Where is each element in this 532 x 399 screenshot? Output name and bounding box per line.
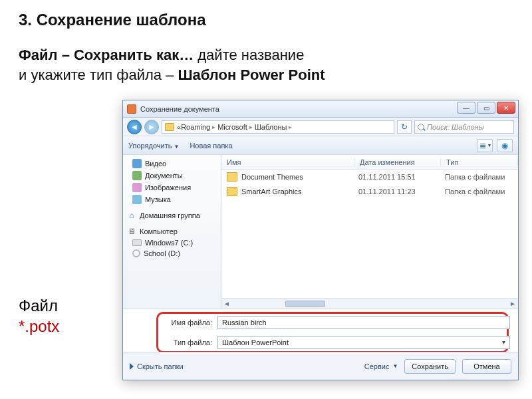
sub-bold-2: Шаблон Power Point	[178, 66, 325, 83]
filetype-select[interactable]: Шаблон PowerPoint	[217, 336, 510, 349]
nav-forward-button[interactable]: ►	[144, 120, 159, 134]
doc-icon	[132, 171, 142, 180]
save-button[interactable]: Сохранить	[404, 359, 456, 374]
dialog-title: Сохранение документа	[140, 105, 219, 113]
file-ext-value: *.potx	[19, 316, 59, 336]
sub-bold-1: Файл – Сохранить как…	[19, 47, 194, 63]
sidebar-item-label: Компьютер	[140, 227, 178, 235]
sidebar-item-label: Домашняя группа	[140, 211, 200, 219]
breadcrumb-part-2[interactable]: Шаблоны	[255, 123, 287, 131]
help-button[interactable]: ◉	[497, 139, 513, 152]
sidebar-item-label: Видео	[145, 160, 166, 168]
filename-label: Имя файла:	[166, 319, 212, 327]
filetype-label: Тип файла:	[166, 338, 212, 346]
homegroup-icon: ⌂	[127, 211, 136, 220]
sidebar-item[interactable]: Документы	[123, 170, 221, 182]
sidebar-item-label: Документы	[145, 172, 183, 180]
computer-icon: 🖥	[127, 227, 136, 236]
scroll-thumb[interactable]	[285, 301, 325, 307]
sidebar-item-drive[interactable]: School (D:)	[123, 248, 221, 259]
organize-button[interactable]: Упорядочить▼	[128, 142, 179, 150]
dialog-footer: Скрыть папки Сервис▼ Сохранить Отмена	[123, 352, 518, 380]
sidebar-item-drive[interactable]: Windows7 (C:)	[123, 237, 221, 248]
cell-date: 01.11.2011 15:51	[358, 173, 445, 181]
folder-icon	[227, 172, 237, 182]
sidebar-item-computer[interactable]: 🖥Компьютер	[123, 221, 221, 237]
cell-name: SmartArt Graphics	[241, 188, 358, 196]
sidebar-item-label: Изображения	[145, 184, 191, 192]
cell-type: Папка с файлами	[445, 188, 505, 196]
scroll-right-icon[interactable]: ►	[507, 300, 518, 307]
view-options-button[interactable]: ≣▾	[477, 139, 493, 152]
chevron-icon	[130, 363, 134, 370]
cell-date: 01.11.2011 11:23	[358, 188, 445, 196]
titlebar[interactable]: Сохранение документа — ▭ ✕	[123, 100, 518, 118]
breadcrumb-part-0[interactable]: Roaming	[181, 123, 210, 131]
sidebar-item-label: Windows7 (C:)	[145, 239, 193, 247]
music-icon	[132, 195, 142, 204]
cancel-button[interactable]: Отмена	[462, 359, 511, 374]
col-name[interactable]: Имя	[221, 158, 354, 166]
sidebar-item-label: School (D:)	[144, 249, 180, 257]
slide-heading: 3. Сохранение шаблона	[19, 11, 206, 29]
scroll-left-icon[interactable]: ◄	[221, 300, 232, 307]
new-folder-button[interactable]: Новая папка	[190, 142, 232, 150]
sidebar-item[interactable]: Музыка	[123, 194, 221, 205]
sidebar-item[interactable]: Изображения	[123, 182, 221, 194]
sidebar-item[interactable]: Видео	[123, 158, 221, 170]
file-label: Файл	[19, 295, 59, 316]
col-type[interactable]: Тип	[441, 158, 518, 166]
chevron-right-icon: ▸	[289, 124, 292, 130]
folder-icon	[227, 187, 237, 196]
dvd-icon	[132, 249, 140, 257]
nav-back-button[interactable]: ◄	[127, 120, 142, 134]
column-headers[interactable]: Имя Дата изменения Тип	[221, 155, 518, 170]
search-placeholder: Поиск: Шаблоны	[427, 123, 484, 131]
folder-icon	[165, 123, 174, 131]
slide-subtext: Файл – Сохранить как… дайте названиеи ук…	[19, 45, 325, 84]
cell-type: Папка с файлами	[445, 173, 505, 181]
minimize-button[interactable]: —	[457, 102, 475, 114]
chevron-right-icon: ▸	[249, 124, 253, 130]
file-list: Имя Дата изменения Тип Document Themes01…	[221, 155, 518, 309]
drive-icon	[132, 239, 142, 246]
search-icon	[418, 124, 424, 130]
breadcrumb[interactable]: « Roaming ▸ Microsoft ▸ Шаблоны ▸	[162, 120, 394, 134]
search-input[interactable]: Поиск: Шаблоны	[414, 120, 514, 134]
toolbar: Упорядочить▼ Новая папка ≣▾ ◉	[123, 136, 518, 155]
cell-name: Document Themes	[241, 173, 358, 181]
refresh-button[interactable]: ↻	[397, 120, 412, 134]
sidebar-item-label: Музыка	[145, 196, 171, 203]
sidebar: ВидеоДокументыИзображенияМузыка⌂Домашняя…	[123, 155, 221, 309]
table-row[interactable]: Document Themes01.11.2011 15:51Папка с ф…	[221, 170, 518, 184]
breadcrumb-part-1[interactable]: Microsoft	[217, 123, 247, 131]
video-icon	[132, 159, 142, 168]
app-icon	[127, 104, 136, 114]
horizontal-scrollbar[interactable]: ◄ ►	[221, 298, 518, 309]
address-bar: ◄ ► « Roaming ▸ Microsoft ▸ Шаблоны ▸ ↻ …	[123, 118, 518, 136]
sidebar-item-homegroup[interactable]: ⌂Домашняя группа	[123, 205, 221, 221]
col-date[interactable]: Дата изменения	[354, 158, 441, 166]
tools-menu[interactable]: Сервис▼	[364, 362, 398, 370]
img-icon	[132, 183, 142, 192]
chevron-right-icon: ▸	[212, 124, 215, 130]
hide-folders-toggle[interactable]: Скрыть папки	[130, 362, 184, 370]
filename-input[interactable]: Russian birch	[217, 316, 510, 329]
table-row[interactable]: SmartArt Graphics01.11.2011 11:23Папка с…	[221, 184, 518, 199]
save-as-dialog: Сохранение документа — ▭ ✕ ◄ ► « Roaming…	[122, 100, 519, 380]
file-extension-note: Файл *.potx	[19, 295, 59, 336]
close-button[interactable]: ✕	[497, 102, 515, 114]
maximize-button[interactable]: ▭	[477, 102, 495, 114]
